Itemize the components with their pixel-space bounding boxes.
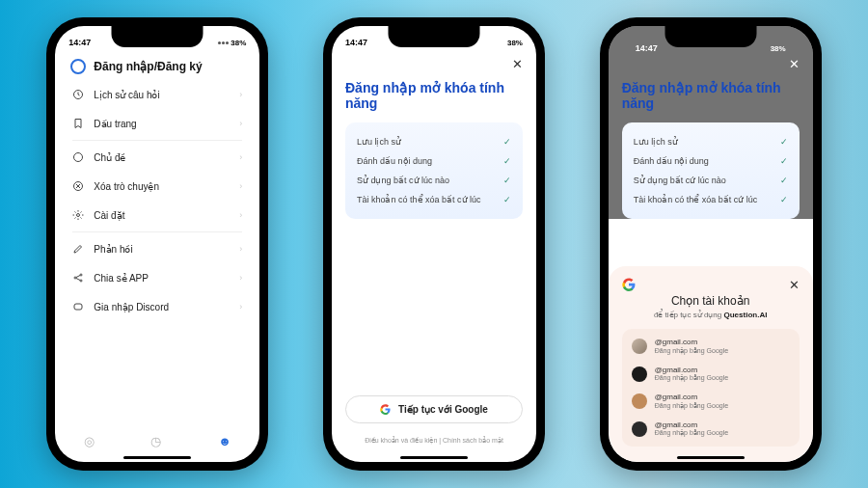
sheet-title: Chọn tài khoản xyxy=(622,294,800,308)
nav-camera-icon[interactable]: ◎ xyxy=(84,434,95,448)
menu-label: Xóa trò chuyện xyxy=(94,181,159,192)
menu-feedback[interactable]: Phản hồi › xyxy=(63,234,252,263)
chevron-right-icon: › xyxy=(239,302,242,312)
pencil-icon xyxy=(72,243,84,255)
page-title: Đăng nhập mở khóa tính năng xyxy=(622,80,800,111)
google-icon xyxy=(622,278,636,291)
bookmark-icon xyxy=(72,118,84,129)
account-row[interactable]: @gmail.com Đăng nhập bằng Google xyxy=(630,333,792,360)
menu-share[interactable]: Chia sẻ APP › xyxy=(63,263,252,292)
svg-point-4 xyxy=(74,277,76,279)
chevron-right-icon: › xyxy=(239,152,242,162)
svg-point-5 xyxy=(80,274,82,276)
account-row[interactable]: @gmail.com Đăng nhập bằng Google xyxy=(630,361,792,388)
feature-card: Lưu lịch sử✓ Đánh dấu nội dung✓ Sử dụng … xyxy=(622,122,800,219)
avatar xyxy=(632,366,647,382)
menu-label: Chia sẻ APP xyxy=(94,273,149,284)
menu-label: Chủ đề xyxy=(94,152,125,163)
status-right: 38% xyxy=(507,39,523,47)
bottom-nav: ◎ ◷ ☻ xyxy=(55,428,259,454)
continue-google-button[interactable]: Tiếp tục với Google xyxy=(345,395,523,423)
avatar xyxy=(632,393,647,409)
sheet-subtitle: để tiếp tục sử dụng Question.AI xyxy=(622,311,800,319)
feature-row: Đánh dấu nội dung✓ xyxy=(357,151,511,171)
status-time: 14:47 xyxy=(68,38,91,47)
phone-2: 14:47 38% ✕ Đăng nhập mở khóa tính năng … xyxy=(323,17,545,471)
signin-body-dimmed: 14:47 38% ✕ Đăng nhập mở khóa tính năng … xyxy=(609,26,813,219)
feature-row: Lưu lịch sử✓ xyxy=(357,132,511,151)
account-list: @gmail.com Đăng nhập bằng Google @gmail.… xyxy=(622,329,800,447)
menu-list: Lịch sử câu hỏi › Dấu trang › Chủ đề › X… xyxy=(55,80,259,321)
chevron-right-icon: › xyxy=(239,244,242,254)
account-email: @gmail.com xyxy=(655,421,729,430)
feature-row: Tài khoản có thể xóa bất cứ lúc✓ xyxy=(357,190,511,209)
status-time: 14:47 xyxy=(636,43,658,53)
phone-1: 14:47 38% Đăng nhập/Đăng ký Lịch sử câu … xyxy=(46,17,268,471)
menu-label: Phản hồi xyxy=(94,244,132,255)
check-icon: ✓ xyxy=(503,156,511,166)
screen: 14:47 38% ✕ Đăng nhập mở khóa tính năng … xyxy=(609,26,813,462)
google-btn-label: Tiếp tục với Google xyxy=(398,404,488,415)
feature-card: Lưu lịch sử✓ Đánh dấu nội dung✓ Sử dụng … xyxy=(345,122,523,219)
account-row[interactable]: @gmail.com Đăng nhập bằng Google xyxy=(630,388,792,415)
app-header[interactable]: Đăng nhập/Đăng ký xyxy=(55,49,259,80)
account-email: @gmail.com xyxy=(655,366,729,375)
feature-label: Đánh dấu nội dung xyxy=(634,156,709,166)
divider xyxy=(72,231,242,232)
nav-clock-icon[interactable]: ◷ xyxy=(150,434,161,448)
close-icon[interactable]: ✕ xyxy=(512,57,523,71)
feature-label: Lưu lịch sử xyxy=(634,137,678,147)
feature-row: Sử dụng bất cứ lúc nào✓ xyxy=(357,171,511,190)
feature-label: Tài khoản có thể xóa bất cứ lúc xyxy=(357,195,481,204)
app-logo-icon xyxy=(70,59,86,74)
menu-label: Lịch sử câu hỏi xyxy=(94,90,159,100)
sheet-header: ✕ xyxy=(622,278,800,292)
phone-3: 14:47 38% ✕ Đăng nhập mở khóa tính năng … xyxy=(600,17,822,471)
battery-label: 38% xyxy=(507,39,523,47)
check-icon: ✓ xyxy=(780,137,788,147)
feature-label: Đánh dấu nội dung xyxy=(357,156,432,166)
account-sub: Đăng nhập bằng Google xyxy=(655,374,729,382)
battery-label: 38% xyxy=(771,44,786,53)
feature-label: Lưu lịch sử xyxy=(357,137,401,147)
nav-profile-icon[interactable]: ☻ xyxy=(218,434,231,448)
svg-point-6 xyxy=(80,280,82,282)
signin-body: Đăng nhập mở khóa tính năng Lưu lịch sử✓… xyxy=(332,49,536,219)
feature-row: Đánh dấu nội dung✓ xyxy=(634,151,788,171)
menu-discord[interactable]: Gia nhập Discord › xyxy=(63,292,252,321)
page-title: Đăng nhập mở khóa tính năng xyxy=(345,80,523,111)
close-icon[interactable]: ✕ xyxy=(789,278,800,292)
check-icon: ✓ xyxy=(503,176,511,185)
palette-icon xyxy=(72,151,84,163)
terms-text[interactable]: Điều khoản và điều kiện | Chính sách bảo… xyxy=(332,437,536,445)
feature-label: Sử dụng bất cứ lúc nào xyxy=(634,176,726,185)
notch xyxy=(665,26,756,47)
menu-history[interactable]: Lịch sử câu hỏi › xyxy=(63,80,252,109)
account-row[interactable]: @gmail.com Đăng nhập bằng Google xyxy=(630,416,792,443)
feature-row: Tài khoản có thể xóa bất cứ lúc✓ xyxy=(634,190,788,209)
chevron-right-icon: › xyxy=(239,90,242,99)
avatar xyxy=(632,421,647,437)
menu-label: Cài đặt xyxy=(94,210,124,221)
check-icon: ✓ xyxy=(780,156,788,166)
divider xyxy=(72,140,242,141)
clock-icon xyxy=(72,89,84,100)
sheet-sub-app: Question.AI xyxy=(723,311,767,319)
chevron-right-icon: › xyxy=(239,119,242,128)
notch xyxy=(388,26,479,47)
battery-label: 38% xyxy=(231,39,246,47)
notch xyxy=(112,26,203,47)
menu-clear-chat[interactable]: Xóa trò chuyện › xyxy=(63,172,252,201)
feature-row: Sử dụng bất cứ lúc nào✓ xyxy=(634,171,788,190)
home-indicator xyxy=(123,456,191,459)
menu-bookmark[interactable]: Dấu trang › xyxy=(63,109,252,138)
status-right: 38% xyxy=(218,39,246,47)
close-icon[interactable]: ✕ xyxy=(789,57,800,71)
menu-theme[interactable]: Chủ đề › xyxy=(63,143,252,172)
account-picker-sheet: ✕ Chọn tài khoản để tiếp tục sử dụng Que… xyxy=(609,266,813,462)
menu-settings[interactable]: Cài đặt › xyxy=(63,201,252,230)
header-title: Đăng nhập/Đăng ký xyxy=(94,60,202,73)
share-icon xyxy=(72,272,84,284)
gear-icon xyxy=(72,209,84,221)
svg-point-3 xyxy=(77,214,80,217)
